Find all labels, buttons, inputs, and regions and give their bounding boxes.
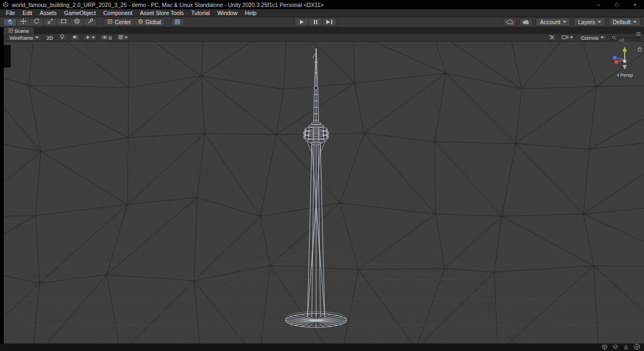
editor-tools-button[interactable] [547, 34, 557, 41]
menu-window[interactable]: Window [214, 9, 241, 17]
globe-icon [138, 19, 143, 25]
menu-assets[interactable]: Assets [36, 9, 61, 17]
hand-icon [6, 17, 13, 27]
camera-settings-dropdown[interactable] [560, 34, 575, 41]
orientation-gizmo[interactable] [612, 45, 638, 72]
pause-button[interactable] [309, 18, 323, 26]
play-icon [300, 20, 304, 24]
minimize-button[interactable]: – [589, 0, 608, 9]
custom-tool-button[interactable] [84, 18, 97, 26]
move-tool-button[interactable] [17, 18, 30, 26]
hidden-count: 0 [109, 35, 112, 41]
menu-edit[interactable]: Edit [19, 9, 36, 17]
gizmos-label: Gizmos [581, 35, 598, 41]
play-button[interactable] [295, 18, 309, 26]
scene-tab-icon [9, 28, 13, 34]
cloud-services-button[interactable] [519, 18, 532, 26]
grid-icon [118, 34, 123, 41]
scene-search [610, 34, 641, 41]
pause-icon [314, 20, 315, 24]
sparkle-icon [85, 34, 91, 41]
transform-combined-icon [74, 17, 80, 27]
projection-indicator[interactable]: Persp [609, 72, 641, 78]
scene-lighting-toggle[interactable] [58, 34, 67, 41]
scale-icon [47, 17, 54, 27]
grid-snap-icon [174, 17, 180, 27]
layers-label: Layers [578, 19, 595, 25]
menu-gameobject[interactable]: GameObject [61, 9, 100, 17]
space-label: Global [145, 19, 161, 25]
speaker-icon [72, 34, 78, 41]
chevron-down-icon [92, 36, 95, 39]
pivot-toggle-button[interactable]: Center [104, 18, 135, 26]
negative-y-cone [623, 65, 627, 70]
chevron-down-icon [598, 21, 601, 23]
scene-view-toolbar: Wireframe 2D 0 Gizmos [4, 34, 644, 42]
menu-tutorial[interactable]: Tutorial [187, 9, 214, 17]
main-toolbar: Center Global Account Layers Default [0, 17, 644, 27]
grid-visibility-dropdown[interactable] [116, 34, 129, 41]
panel-edge-shadow [4, 45, 11, 68]
layout-dropdown[interactable]: Default [609, 18, 641, 26]
collapse-arrow-icon [617, 74, 619, 77]
scene-tab-label: Scene [14, 28, 29, 34]
menu-component[interactable]: Component [99, 9, 136, 17]
maximize-button[interactable]: □ [608, 0, 626, 9]
layers-stack-icon[interactable] [612, 342, 618, 351]
lock-icon[interactable] [637, 44, 642, 54]
scene-viewport[interactable]: Persp [4, 42, 644, 343]
window-titlebar: world_famous_building_2.0_URP_2020_3_25 … [0, 0, 644, 9]
cloud-icon [522, 17, 530, 27]
chevron-down-icon [633, 21, 636, 23]
checkmark-circle-icon[interactable] [634, 342, 640, 351]
collab-button[interactable] [503, 18, 516, 26]
2d-toggle-button[interactable]: 2D [45, 34, 55, 41]
tab-scene[interactable]: Scene [4, 27, 34, 34]
effects-dropdown[interactable] [83, 34, 97, 41]
scene-visibility-toggle[interactable]: 0 [100, 34, 113, 41]
rect-tool-button[interactable] [57, 18, 70, 26]
chevron-down-icon [125, 36, 128, 39]
gizmos-dropdown[interactable]: Gizmos [578, 34, 607, 41]
window-title: world_famous_building_2.0_URP_2020_3_25 … [12, 2, 324, 8]
scene-render [4, 42, 644, 343]
lightbulb-icon [60, 34, 65, 41]
account-dropdown[interactable]: Account [536, 18, 570, 26]
cube-icon[interactable] [602, 342, 608, 351]
scene-toolbar-right: Gizmos [547, 34, 641, 41]
menu-file[interactable]: File [2, 9, 19, 17]
layout-label: Default [613, 19, 631, 25]
chevron-down-icon [601, 36, 604, 39]
bell-icon[interactable] [623, 342, 629, 351]
grid-snap-button[interactable] [171, 18, 184, 26]
rect-icon [60, 17, 67, 27]
menu-help[interactable]: Help [241, 9, 260, 17]
draw-mode-dropdown[interactable]: Wireframe [6, 34, 42, 41]
skybox-wireframe [4, 42, 644, 343]
window-controls: – □ × [589, 0, 644, 9]
x-axis-ball [614, 60, 618, 64]
hand-tool-button[interactable] [3, 18, 17, 26]
rotate-icon [33, 17, 40, 27]
projection-label: Persp [620, 72, 633, 78]
space-toggle-button[interactable]: Global [135, 18, 165, 26]
menu-asset-store-tools[interactable]: Asset Store Tools [136, 9, 188, 17]
move-icon [20, 17, 27, 27]
chevron-down-icon [35, 36, 39, 39]
draw-mode-label: Wireframe [10, 35, 33, 41]
unity-logo-icon [3, 0, 9, 10]
layers-dropdown[interactable]: Layers [574, 18, 605, 26]
transform-tool-button[interactable] [70, 18, 84, 26]
pane-tabstrip: Scene [4, 27, 644, 34]
close-button[interactable]: × [626, 0, 644, 9]
step-icon [326, 20, 330, 24]
step-button[interactable] [323, 18, 336, 26]
account-label: Account [540, 19, 560, 25]
chevron-down-icon [563, 21, 566, 23]
gizmo-center-cube [623, 60, 626, 63]
rotate-tool-button[interactable] [30, 18, 43, 26]
scene-audio-toggle[interactable] [70, 34, 80, 41]
pivot-icon [107, 19, 113, 25]
scale-tool-button[interactable] [43, 18, 57, 26]
chevron-down-icon [570, 36, 573, 39]
